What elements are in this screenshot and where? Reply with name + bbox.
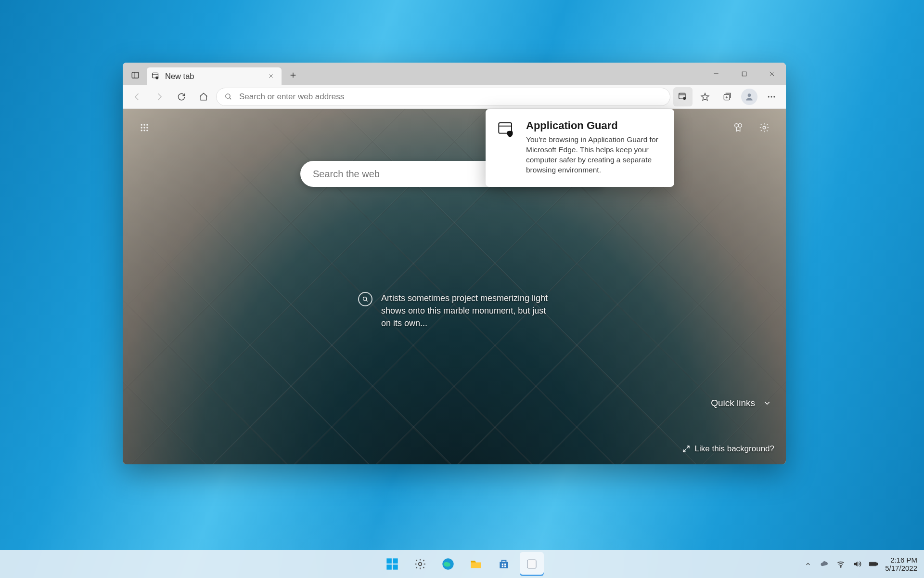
favorites-button[interactable] — [695, 87, 715, 106]
svg-point-19 — [735, 124, 738, 127]
taskbar-file-explorer[interactable] — [464, 552, 488, 576]
svg-point-3 — [226, 94, 230, 98]
new-tab-page: Artists sometimes project mesmerizing li… — [123, 109, 786, 464]
collections-button[interactable] — [718, 87, 737, 106]
like-background-link[interactable]: Like this background? — [682, 444, 774, 454]
tray-overflow-button[interactable] — [803, 559, 813, 569]
wifi-icon[interactable] — [836, 559, 846, 569]
svg-point-35 — [840, 566, 841, 567]
svg-point-21 — [763, 126, 766, 129]
svg-point-9 — [773, 96, 775, 97]
new-tab-button[interactable] — [283, 66, 303, 85]
svg-rect-33 — [504, 565, 506, 567]
ntp-top-bar — [134, 118, 774, 138]
tab-strip: New tab — [123, 63, 786, 85]
expand-icon — [682, 445, 690, 453]
svg-rect-26 — [386, 565, 392, 570]
page-settings-button[interactable] — [754, 118, 774, 138]
svg-rect-34 — [527, 560, 536, 568]
taskbar-running-app[interactable] — [520, 552, 544, 576]
app-launcher-button[interactable] — [134, 118, 154, 138]
taskbar: 2:16 PM 5/17/2022 — [0, 550, 924, 578]
taskbar-clock[interactable]: 2:16 PM 5/17/2022 — [885, 556, 917, 573]
svg-rect-30 — [502, 564, 503, 565]
svg-rect-31 — [504, 564, 506, 565]
svg-rect-37 — [877, 563, 878, 565]
settings-and-more-button[interactable] — [762, 87, 781, 106]
refresh-button[interactable] — [172, 87, 191, 106]
ntp-caption-text: Artists sometimes project mesmerizing li… — [381, 292, 551, 329]
application-guard-tab-icon — [152, 72, 160, 80]
volume-icon[interactable] — [852, 559, 862, 569]
browser-toolbar — [123, 85, 786, 109]
svg-rect-27 — [393, 565, 398, 570]
address-bar[interactable] — [216, 88, 670, 106]
quick-links-label: Quick links — [711, 398, 755, 408]
svg-point-16 — [141, 130, 142, 131]
back-button[interactable] — [128, 87, 147, 106]
flyout-body: You're browsing in Application Guard for… — [526, 135, 662, 175]
profile-button[interactable] — [740, 87, 759, 106]
taskbar-edge[interactable] — [436, 552, 460, 576]
rewards-button[interactable] — [728, 118, 748, 138]
svg-rect-25 — [393, 558, 398, 564]
svg-point-14 — [143, 127, 145, 128]
battery-icon[interactable] — [869, 559, 878, 569]
taskbar-settings[interactable] — [408, 552, 432, 576]
svg-rect-38 — [871, 563, 876, 565]
application-guard-flyout: Application Guard You're browsing in App… — [486, 109, 674, 187]
close-window-button[interactable] — [758, 63, 786, 85]
system-tray: 2:16 PM 5/17/2022 — [803, 556, 924, 573]
svg-point-13 — [141, 127, 142, 128]
edge-browser-window: New tab — [123, 63, 786, 464]
search-icon — [224, 92, 232, 101]
svg-point-6 — [748, 93, 751, 97]
svg-rect-32 — [502, 565, 503, 567]
svg-rect-0 — [132, 72, 139, 78]
svg-point-28 — [419, 563, 422, 566]
onedrive-icon[interactable] — [820, 559, 829, 569]
svg-point-22 — [363, 297, 367, 301]
clock-date: 5/17/2022 — [885, 564, 917, 572]
application-guard-toolbar-button[interactable] — [673, 87, 693, 106]
address-input[interactable] — [239, 92, 662, 102]
browser-tab[interactable]: New tab — [147, 67, 282, 85]
quick-links-toggle[interactable]: Quick links — [711, 398, 771, 408]
clock-time: 2:16 PM — [885, 556, 917, 564]
chevron-down-icon — [763, 399, 771, 407]
minimize-button[interactable] — [702, 63, 730, 85]
svg-point-8 — [771, 96, 772, 97]
flyout-title: Application Guard — [526, 119, 662, 132]
svg-rect-24 — [386, 558, 392, 564]
tab-actions-button[interactable] — [126, 66, 145, 85]
avatar — [741, 89, 757, 105]
maximize-button[interactable] — [730, 63, 758, 85]
search-icon — [358, 292, 372, 306]
forward-button[interactable] — [150, 87, 169, 106]
svg-point-20 — [738, 124, 742, 127]
tab-title: New tab — [165, 72, 194, 81]
application-guard-icon — [496, 119, 517, 141]
like-background-label: Like this background? — [695, 444, 774, 454]
svg-point-17 — [143, 130, 145, 131]
window-controls — [702, 63, 786, 85]
svg-point-11 — [143, 124, 145, 126]
svg-point-7 — [768, 96, 770, 97]
tab-close-button[interactable] — [265, 70, 277, 82]
svg-point-18 — [146, 130, 148, 131]
svg-point-10 — [141, 124, 142, 126]
taskbar-pinned-apps — [380, 552, 544, 576]
svg-point-12 — [146, 124, 148, 126]
taskbar-microsoft-store[interactable] — [492, 552, 516, 576]
ntp-image-caption[interactable]: Artists sometimes project mesmerizing li… — [358, 292, 551, 329]
start-button[interactable] — [380, 552, 404, 576]
home-button[interactable] — [194, 87, 213, 106]
svg-point-15 — [146, 127, 148, 128]
svg-rect-2 — [742, 72, 746, 76]
